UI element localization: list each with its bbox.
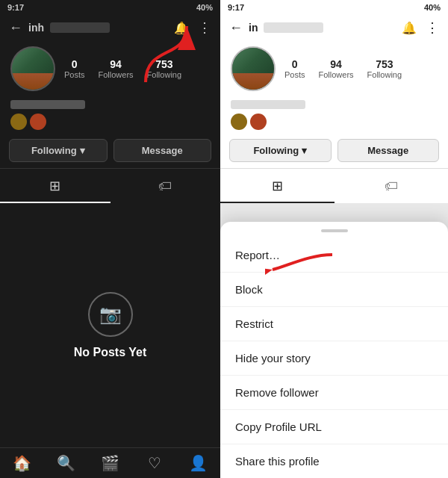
- profile-header-right: ← in 🔔 ⋮: [220, 15, 448, 40]
- tab-grid-right[interactable]: ⊞: [220, 169, 335, 203]
- blurred-username-left: [50, 22, 110, 33]
- posts-count-right: 0: [292, 58, 298, 70]
- username-right: in: [249, 22, 258, 34]
- posts-label-right: Posts: [284, 70, 305, 79]
- mini-avatars-right: [231, 114, 438, 130]
- followers-count-right: 94: [330, 58, 342, 70]
- header-left-group: ← inh: [9, 20, 110, 36]
- no-posts-text-left: No Posts Yet: [74, 346, 147, 359]
- tab-tagged-left[interactable]: 🏷: [111, 169, 221, 203]
- home-icon-left: 🏠: [13, 454, 31, 472]
- followers-count-left: 94: [110, 58, 122, 70]
- bio-area-left: [0, 97, 220, 133]
- profile-tabs-right: ⊞ 🏷: [220, 168, 448, 203]
- left-phone-screen: 9:17 40% ← inh 🔔 ⋮: [0, 0, 220, 478]
- bio-area-right: [220, 97, 448, 133]
- following-count-left: 753: [155, 58, 172, 70]
- back-button-right[interactable]: ←: [229, 20, 243, 36]
- battery-right: 40%: [424, 3, 441, 12]
- sheet-item-copy-url[interactable]: Copy Profile URL: [220, 410, 448, 444]
- tab-grid-left[interactable]: ⊞: [0, 169, 111, 203]
- more-options-right[interactable]: ⋮: [426, 19, 439, 36]
- header-left-group-right: ← in: [229, 20, 323, 36]
- bio-blurred-left: [10, 100, 85, 109]
- sheet-item-hide-story[interactable]: Hide your story: [220, 341, 448, 376]
- more-options-left[interactable]: ⋮: [198, 19, 211, 36]
- nav-home-left[interactable]: 🏠: [0, 454, 44, 472]
- nav-profile-left[interactable]: 👤: [176, 454, 220, 472]
- mini-avatar-r1: [231, 114, 247, 130]
- time-left: 9:17: [7, 3, 24, 12]
- followers-label-left: Followers: [99, 70, 134, 79]
- following-stat-right[interactable]: 753 Following: [367, 58, 402, 79]
- bell-icon-left[interactable]: 🔔: [174, 21, 189, 35]
- action-buttons-right: Following ▾ Message: [220, 133, 448, 168]
- posts-stat-left[interactable]: 0 Posts: [64, 58, 85, 79]
- chevron-down-icon-left: ▾: [80, 145, 85, 156]
- profile-info-right: 0 Posts 94 Followers 753 Following: [220, 40, 448, 97]
- followers-stat-left[interactable]: 94 Followers: [99, 58, 134, 79]
- bell-icon-right[interactable]: 🔔: [402, 21, 417, 35]
- heart-icon-left: ♡: [148, 454, 161, 472]
- search-icon-left: 🔍: [57, 454, 75, 472]
- following-stat-left[interactable]: 753 Following: [147, 58, 181, 79]
- posts-label-left: Posts: [64, 70, 85, 79]
- camera-circle-left: 📷: [88, 292, 133, 337]
- camera-icon-left: 📷: [99, 304, 122, 325]
- posts-count-left: 0: [72, 58, 78, 70]
- mini-avatars-left: [10, 114, 210, 130]
- bottom-nav-left: 🏠 🔍 🎬 ♡ 👤: [0, 447, 220, 478]
- blurred-username-right: [264, 22, 323, 33]
- status-bar-right: 9:17 40%: [220, 0, 448, 15]
- right-phone-screen: 9:17 40% ← in 🔔 ⋮ 0 Posts 94 Fol: [220, 0, 448, 478]
- message-button-right[interactable]: Message: [337, 139, 440, 162]
- bottom-sheet: Report… Block Restrict Hide your story R…: [220, 222, 448, 478]
- following-button-left[interactable]: Following ▾: [9, 139, 108, 162]
- bio-blurred-right: [231, 100, 305, 109]
- following-label-left: Following: [147, 70, 181, 79]
- action-buttons-left: Following ▾ Message: [0, 133, 220, 168]
- nav-likes-left[interactable]: ♡: [132, 454, 176, 472]
- avatar-image-right: [232, 48, 274, 90]
- mini-avatar-1: [10, 114, 27, 130]
- back-button-left[interactable]: ←: [9, 20, 22, 36]
- following-count-right: 753: [376, 58, 393, 70]
- mini-avatar-2: [30, 114, 46, 130]
- tagged-icon-right: 🏷: [385, 179, 398, 194]
- sheet-item-share-profile[interactable]: Share this profile: [220, 444, 448, 478]
- nav-search-left[interactable]: 🔍: [44, 454, 88, 472]
- avatar-left: [10, 46, 55, 91]
- nav-reels-left[interactable]: 🎬: [88, 454, 132, 472]
- username-left: inh: [28, 22, 44, 34]
- status-bar-left: 9:17 40%: [0, 0, 220, 15]
- chevron-down-icon-right: ▾: [302, 145, 307, 156]
- profile-header-left: ← inh 🔔 ⋮: [0, 15, 220, 40]
- following-label-left: Following: [31, 145, 77, 156]
- stats-row-right: 0 Posts 94 Followers 753 Following: [284, 58, 402, 79]
- reels-icon-left: 🎬: [101, 454, 119, 472]
- sheet-item-remove-follower[interactable]: Remove follower: [220, 376, 448, 410]
- status-icons-left: 40%: [196, 3, 213, 12]
- status-time-right: 9:17: [228, 3, 244, 12]
- header-right-group-right: 🔔 ⋮: [402, 19, 439, 36]
- profile-tabs-left: ⊞ 🏷: [0, 168, 220, 203]
- status-icons-right: 40%: [424, 3, 441, 12]
- profile-icon-left: 👤: [189, 454, 208, 472]
- posts-stat-right[interactable]: 0 Posts: [284, 58, 305, 79]
- followers-label-right: Followers: [319, 70, 354, 79]
- following-button-right[interactable]: Following ▾: [229, 139, 332, 162]
- tab-tagged-right[interactable]: 🏷: [335, 169, 449, 203]
- following-label-right: Following: [253, 145, 299, 156]
- avatar-image-left: [12, 48, 54, 90]
- grid-icon-left: ⊞: [49, 178, 60, 194]
- avatar-right: [231, 46, 276, 91]
- message-button-left[interactable]: Message: [113, 139, 212, 162]
- no-posts-area-left: 📷 No Posts Yet: [0, 203, 220, 447]
- grid-icon-right: ⊞: [272, 178, 283, 194]
- followers-stat-right[interactable]: 94 Followers: [319, 58, 354, 79]
- sheet-item-restrict[interactable]: Restrict: [220, 307, 448, 341]
- profile-info-left: 0 Posts 94 Followers 753 Following: [0, 40, 220, 97]
- mini-avatar-r2: [250, 114, 267, 130]
- sheet-item-block[interactable]: Block: [220, 273, 448, 307]
- sheet-item-report[interactable]: Report…: [220, 238, 448, 273]
